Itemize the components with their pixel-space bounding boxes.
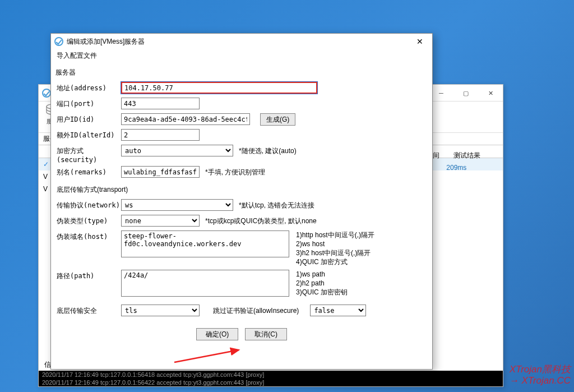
security-hint: *随便选, 建议(auto) — [239, 145, 297, 156]
path-label: 路径(path) — [57, 270, 121, 281]
ok-button[interactable]: 确定(O) — [196, 328, 238, 340]
network-label: 传输协议(network) — [57, 199, 121, 210]
close-button[interactable]: ✕ — [478, 85, 503, 102]
alterid-label: 额外ID(alterId) — [57, 129, 121, 140]
cancel-button[interactable]: 取消(C) — [245, 328, 287, 340]
watermark: XTrojan黑科技 → XTrojan.CC — [510, 364, 571, 386]
window-controls: ─ ▢ ✕ — [429, 85, 503, 102]
type-label: 伪装类型(type) — [57, 215, 121, 226]
menu-import-config[interactable]: 导入配置文件 — [57, 52, 97, 59]
test-result-value: 209ms — [433, 164, 480, 172]
security-label: 加密方式(security) — [57, 145, 121, 164]
col-test-result: 测试结果 — [453, 151, 480, 160]
alterid-input[interactable] — [121, 129, 200, 141]
port-label: 端口(port) — [57, 98, 121, 109]
dialog-buttons: 确定(O) 取消(C) — [57, 328, 427, 340]
host-label: 伪装域名(host) — [57, 230, 121, 242]
dialog-body: 地址(address) 端口(port) 用户ID(id) 生成(G) 额外ID… — [51, 82, 432, 340]
tls-select[interactable]: tls — [121, 305, 200, 316]
address-input[interactable] — [121, 82, 317, 94]
dialog-close-button[interactable]: ✕ — [408, 34, 432, 49]
userid-label: 用户ID(id) — [57, 113, 121, 124]
console-line: 2020/11/17 12:16:49 tcp:127.0.0.1:56418 … — [42, 371, 499, 379]
check-icon: ✓ — [43, 160, 49, 168]
allowinsecure-select[interactable]: false — [310, 305, 366, 316]
host-hints: 1)http host中间逗号(,)隔开 2)ws host 3)h2 host… — [296, 230, 374, 266]
security-select[interactable]: auto — [121, 145, 233, 156]
address-label: 地址(address) — [57, 82, 121, 93]
tls-label: 底层传输安全 — [57, 305, 121, 316]
console-line: 2020/11/17 12:16:49 tcp:127.0.0.1:56422 … — [42, 379, 499, 386]
group-server-label: 服务器 — [51, 62, 432, 80]
path-hints: 1)ws path 2)h2 path 3)QUIC 加密密钥 — [296, 270, 348, 297]
generate-button[interactable]: 生成(G) — [260, 113, 295, 126]
network-hint: *默认tcp, 选错会无法连接 — [239, 199, 314, 210]
remarks-input[interactable] — [121, 166, 200, 178]
host-textarea[interactable] — [121, 230, 289, 257]
dialog-icon — [54, 37, 63, 46]
console-output: 2020/11/17 12:16:49 tcp:127.0.0.1:56418 … — [39, 371, 503, 386]
remarks-label: 别名(remarks) — [57, 166, 121, 177]
dialog-title: 编辑或添加[VMess]服务器 — [67, 37, 145, 47]
type-select[interactable]: none — [121, 215, 200, 227]
userid-input[interactable] — [121, 113, 250, 125]
port-input[interactable] — [121, 98, 200, 109]
test-result-column: 间 测试结果 209ms — [433, 151, 480, 172]
vmess-dialog: 编辑或添加[VMess]服务器 ✕ 导入配置文件 服务器 地址(address)… — [50, 33, 433, 370]
dialog-menubar: 导入配置文件 — [51, 49, 432, 62]
path-textarea[interactable] — [121, 270, 289, 297]
network-select[interactable]: ws — [121, 199, 233, 211]
group-transport-label: 底层传输方式(transport) — [57, 185, 427, 195]
app-icon — [42, 89, 51, 98]
dialog-titlebar: 编辑或添加[VMess]服务器 ✕ — [51, 34, 432, 49]
remarks-hint: *手填, 方便识别管理 — [205, 166, 265, 177]
maximize-button[interactable]: ▢ — [453, 85, 478, 102]
type-hint: *tcp或kcp或QUIC伪装类型, 默认none — [205, 215, 317, 226]
col-time-fragment: 间 — [433, 151, 439, 160]
allowinsecure-label: 跳过证书验证(allowInsecure) — [213, 305, 299, 316]
